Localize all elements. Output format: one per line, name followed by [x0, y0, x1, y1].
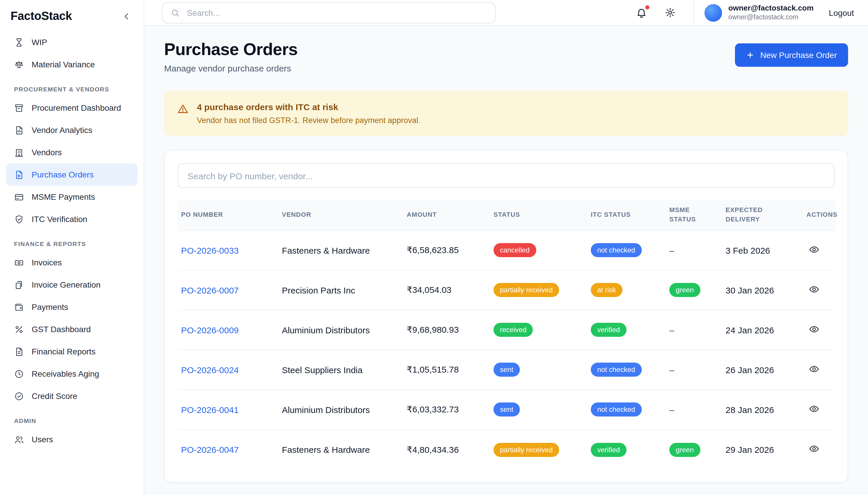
sidebar-item-wip[interactable]: WIP	[6, 31, 138, 53]
sidebar-item-vendor-analytics[interactable]: Vendor Analytics	[6, 119, 138, 141]
sidebar-item-payments[interactable]: Payments	[6, 296, 138, 318]
banknote-icon	[14, 257, 24, 268]
delivery-cell: 24 Jan 2026	[720, 310, 801, 350]
sidebar-item-label: Financial Reports	[32, 347, 96, 356]
delivery-cell: 3 Feb 2026	[720, 231, 801, 270]
user-info: owner@factostack.com owner@factostack.co…	[728, 3, 814, 21]
badge-check-icon	[14, 391, 24, 401]
table-row: PO-2026-0041Aluminium Distributors₹6,03,…	[178, 390, 836, 430]
logout-button[interactable]: Logout	[829, 8, 860, 17]
gear-icon	[664, 7, 675, 18]
msme-status-badge: –	[669, 325, 674, 335]
archive-box-icon	[14, 103, 24, 113]
search-icon	[170, 8, 180, 17]
sidebar-item-label: Receivables Aging	[32, 370, 99, 378]
vendor-cell: Steel Suppliers India	[276, 350, 401, 390]
itc-status-badge: verified	[591, 443, 626, 457]
main-column: owner@factostack.com owner@factostack.co…	[144, 0, 868, 495]
notifications-button[interactable]	[636, 7, 647, 18]
hourglass-icon	[14, 37, 24, 47]
new-purchase-order-button[interactable]: New Purchase Order	[735, 44, 848, 67]
sidebar-item-material-variance[interactable]: Material Variance	[6, 53, 138, 75]
view-icon[interactable]	[806, 364, 819, 374]
credit-card-icon	[14, 192, 24, 202]
app-window: FactoStack WIPMaterial VariancePROCUREME…	[0, 0, 868, 495]
column-header: VENDOR	[276, 200, 401, 231]
building-icon	[14, 147, 24, 157]
vendor-cell: Precision Parts Inc	[276, 270, 401, 310]
alert-message: Vendor has not filed GSTR-1. Review befo…	[197, 116, 420, 125]
sidebar-item-users[interactable]: Users	[6, 428, 138, 450]
sidebar-item-label: Invoices	[32, 258, 62, 267]
avatar[interactable]	[704, 4, 722, 21]
sidebar-collapse-button[interactable]	[121, 11, 132, 21]
percent-icon	[14, 324, 24, 334]
msme-status-badge: –	[669, 245, 674, 255]
clock-icon	[14, 369, 24, 379]
app-logo: FactoStack	[11, 10, 72, 23]
table-row: PO-2026-0024Steel Suppliers India₹1,05,5…	[178, 350, 836, 390]
table-body: PO-2026-0033Fasteners & Hardware₹6,58,62…	[178, 231, 836, 470]
sidebar-item-gst-dashboard[interactable]: GST Dashboard	[6, 318, 138, 340]
view-icon[interactable]	[806, 324, 819, 335]
po-number-link[interactable]: PO-2026-0047	[181, 445, 239, 455]
sidebar-item-financial-reports[interactable]: Financial Reports	[6, 340, 138, 363]
vendor-cell: Fasteners & Hardware	[276, 231, 401, 270]
view-icon[interactable]	[806, 443, 819, 454]
table-row: PO-2026-0033Fasteners & Hardware₹6,58,62…	[178, 231, 836, 270]
amount-cell: ₹1,05,515.78	[401, 350, 488, 390]
topbar-divider	[693, 0, 694, 25]
column-header: ACTIONS	[801, 200, 836, 231]
sidebar-item-msme-payments[interactable]: MSME Payments	[6, 186, 138, 208]
sidebar-section-title: ADMIN	[6, 407, 138, 428]
sidebar-item-label: Purchase Orders	[32, 170, 94, 179]
page-content: Purchase Orders Manage vendor purchase o…	[144, 26, 868, 495]
msme-status-badge: –	[669, 405, 674, 415]
sidebar-item-itc-verification[interactable]: ITC Verification	[6, 208, 138, 230]
vendor-cell: Fasteners & Hardware	[276, 430, 401, 470]
topbar-right: owner@factostack.com owner@factostack.co…	[636, 0, 860, 25]
wallet-icon	[14, 302, 24, 312]
msme-status-badge: green	[669, 443, 700, 457]
sidebar-item-vendors[interactable]: Vendors	[6, 141, 138, 164]
view-icon[interactable]	[806, 284, 819, 295]
column-header: MSME STATUS	[664, 200, 720, 231]
status-badge: partially received	[494, 283, 559, 297]
po-search-input[interactable]	[178, 164, 835, 188]
settings-button[interactable]	[664, 7, 675, 18]
column-header: AMOUNT	[401, 200, 488, 231]
sidebar-item-procurement-dashboard[interactable]: Procurement Dashboard	[6, 97, 138, 119]
sidebar-item-receivables-aging[interactable]: Receivables Aging	[6, 363, 138, 385]
user-email: owner@factostack.com	[728, 13, 814, 22]
view-icon[interactable]	[806, 404, 819, 414]
msme-status-badge: green	[669, 283, 700, 297]
po-number-link[interactable]: PO-2026-0007	[181, 285, 239, 295]
po-number-link[interactable]: PO-2026-0009	[181, 325, 239, 335]
vendor-cell: Aluminium Distributors	[276, 390, 401, 430]
sidebar-item-invoice-generation[interactable]: Invoice Generation	[6, 274, 138, 296]
itc-risk-alert: 4 purchase orders with ITC at risk Vendo…	[164, 91, 848, 136]
column-header: EXPECTED DELIVERY	[720, 200, 801, 231]
itc-status-badge: at risk	[591, 283, 622, 297]
delivery-cell: 30 Jan 2026	[720, 270, 801, 310]
po-number-link[interactable]: PO-2026-0041	[181, 405, 239, 415]
document-chart-icon	[14, 125, 24, 135]
shield-check-icon	[14, 214, 24, 224]
topbar: owner@factostack.com owner@factostack.co…	[144, 0, 868, 26]
po-number-link[interactable]: PO-2026-0033	[181, 245, 239, 255]
sidebar-item-credit-score[interactable]: Credit Score	[6, 385, 138, 407]
po-number-link[interactable]: PO-2026-0024	[181, 365, 239, 375]
global-search-input[interactable]	[186, 7, 487, 18]
view-icon[interactable]	[806, 244, 819, 255]
table-header-row: PO NUMBERVENDORAMOUNTSTATUSITC STATUSMSM…	[178, 200, 836, 231]
sidebar-item-label: GST Dashboard	[32, 325, 91, 333]
page-subtitle: Manage vendor purchase orders	[164, 63, 298, 73]
sidebar-item-label: Payments	[32, 303, 68, 311]
sidebar-item-label: WIP	[32, 38, 47, 46]
sidebar-item-purchase-orders[interactable]: Purchase Orders	[6, 164, 138, 186]
sidebar-item-invoices[interactable]: Invoices	[6, 251, 138, 274]
sidebar-header: FactoStack	[0, 0, 144, 29]
sidebar-section-title: FINANCE & REPORTS	[6, 230, 138, 251]
delivery-cell: 28 Jan 2026	[720, 390, 801, 430]
global-search[interactable]	[162, 2, 496, 23]
